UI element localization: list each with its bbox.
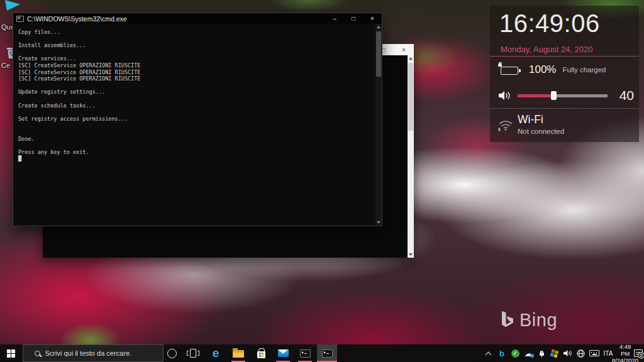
installer-scrollbar-thumb[interactable] (408, 63, 413, 131)
tray-antivirus-button[interactable]: ✓ (509, 344, 521, 362)
scroll-up-icon[interactable] (408, 55, 414, 62)
cmd-console-output[interactable]: Copy files... Install assemblies... Crea… (13, 24, 375, 226)
installer-scrollbar[interactable] (408, 55, 414, 258)
microsoft-store-icon (257, 351, 265, 358)
usb-plug-icon (539, 351, 545, 358)
cmd-scrollbar-thumb[interactable] (376, 31, 381, 77)
wifi-icon (497, 118, 514, 132)
cortana-button[interactable] (162, 344, 181, 362)
mail-taskbar-button[interactable] (274, 344, 292, 362)
bing-logo-icon (500, 310, 515, 331)
clock-date: Monday, August 24, 2020 (501, 45, 592, 54)
action-center-icon: 2 (634, 349, 643, 357)
tray-network-button[interactable] (574, 344, 587, 362)
console-icon (322, 349, 333, 358)
tray-keyboard-button[interactable] (587, 344, 601, 362)
edge-taskbar-button[interactable]: e (206, 344, 225, 362)
tray-onedrive-button[interactable]: ☁ (522, 344, 535, 362)
volume-slider-thumb[interactable] (551, 91, 557, 100)
edge-icon: e (213, 346, 219, 360)
console-icon (300, 349, 311, 358)
battery-row: 100% Fully charged (490, 57, 639, 82)
globe-icon (577, 349, 585, 358)
tray-bing-button[interactable]: b (496, 344, 508, 362)
battery-status: Fully charged (562, 66, 606, 74)
windows-desktop: Que Ce □ × C:\WINDOWS\System32\cmd.exe –… (0, 0, 644, 362)
file-explorer-icon (233, 350, 244, 358)
clock-time: 16:49:06 (499, 9, 600, 38)
file-explorer-taskbar-button[interactable] (229, 344, 248, 362)
speaker-icon (497, 90, 511, 101)
tray-volume-button[interactable] (561, 344, 574, 362)
volume-slider[interactable] (518, 91, 608, 100)
tray-usb-button[interactable] (536, 344, 547, 362)
task-view-icon (187, 349, 199, 358)
cloud-icon: ☁ (525, 349, 533, 358)
console-taskbar-button-active[interactable] (317, 344, 337, 362)
action-center-button[interactable]: 2 (633, 344, 644, 362)
bing-watermark-text: Bing (519, 310, 557, 331)
chevron-up-icon (485, 351, 491, 358)
bing-tray-icon: b (499, 349, 504, 358)
search-input[interactable] (45, 349, 158, 357)
scroll-up-icon[interactable] (375, 24, 382, 30)
green-check-icon: ✓ (511, 349, 519, 358)
task-view-button[interactable] (184, 344, 203, 362)
bing-watermark: Bing (500, 310, 557, 331)
cmd-window[interactable]: C:\WINDOWS\System32\cmd.exe – □ × Copy f… (13, 13, 382, 226)
wifi-status: Not connected (518, 128, 564, 135)
tray-defender-button[interactable] (548, 344, 560, 362)
cmd-titlebar[interactable]: C:\WINDOWS\System32\cmd.exe – □ × (13, 13, 382, 24)
status-panel: 16:49:06 Monday, August 24, 2020 100% Fu… (490, 6, 639, 142)
taskbar: e b (0, 344, 644, 362)
cmd-window-title: C:\WINDOWS\System32\cmd.exe (27, 15, 325, 23)
cmd-maximize-button[interactable]: □ (344, 13, 363, 24)
start-button[interactable] (0, 344, 21, 362)
mail-icon (278, 349, 289, 357)
defender-pinwheel-icon (550, 349, 558, 358)
desktop-icon-label[interactable]: Ce (1, 62, 10, 69)
scroll-down-icon[interactable] (375, 219, 382, 226)
volume-value: 40 (615, 88, 634, 103)
battery-percent: 100% (529, 63, 556, 76)
battery-icon (497, 64, 523, 75)
tray-overflow-button[interactable] (482, 344, 494, 362)
installer-close-button[interactable]: × (394, 44, 414, 55)
wifi-section[interactable]: Wi-Fi Not connected (490, 109, 639, 142)
cmd-app-icon (16, 16, 24, 22)
console-text: Copy files... Install assemblies... Crea… (18, 29, 140, 162)
notification-badge: 2 (638, 352, 644, 359)
search-icon (35, 351, 40, 356)
cortana-icon (167, 349, 177, 358)
wifi-label: Wi-Fi (518, 113, 543, 126)
store-taskbar-button[interactable] (252, 344, 270, 362)
volume-row: 40 (490, 85, 639, 106)
cmd-scrollbar[interactable] (375, 24, 382, 226)
scroll-down-icon[interactable] (408, 251, 414, 258)
language-label: ITA (604, 350, 613, 357)
cmd-minimize-button[interactable]: – (325, 13, 344, 24)
touch-keyboard-icon (589, 350, 599, 356)
windows-logo-icon (7, 349, 15, 358)
speaker-icon (563, 349, 572, 357)
taskbar-search-box[interactable] (23, 344, 164, 362)
cmd-close-button[interactable]: × (363, 13, 382, 24)
console-taskbar-button[interactable] (296, 344, 314, 362)
